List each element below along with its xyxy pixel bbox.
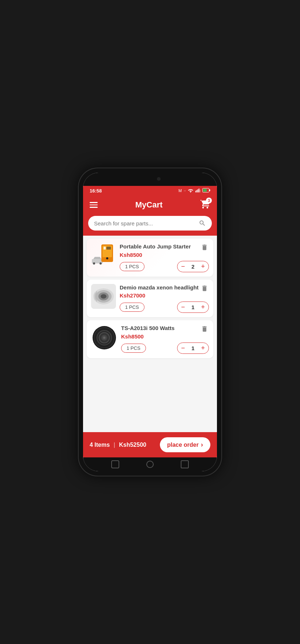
trash-icon (201, 244, 208, 251)
quantity-value: 1 (188, 304, 197, 310)
cart-item: Demio mazda xenon headlight Ksh27000 1 P… (87, 280, 213, 318)
item-price: Ksh8500 (121, 333, 209, 340)
pcs-badge: 1 PCS (120, 262, 145, 271)
cart-item: Portable Auto Jump Starter Ksh8500 1 PCS… (87, 239, 213, 277)
item-name: Portable Auto Jump Starter (120, 243, 209, 250)
back-nav-button[interactable] (111, 460, 119, 468)
item-image-speaker (91, 325, 117, 351)
decrease-quantity-button[interactable]: − (177, 261, 189, 272)
increase-quantity-button[interactable]: + (197, 302, 209, 312)
quantity-value: 1 (188, 345, 197, 351)
hamburger-line (90, 202, 98, 203)
svg-rect-7 (203, 189, 207, 192)
item-price: Ksh8500 (120, 252, 209, 258)
delete-item-button[interactable] (199, 324, 210, 334)
search-input[interactable] (94, 220, 196, 226)
place-order-label: place order (167, 442, 199, 448)
notch-area (83, 173, 217, 186)
total-price: Ksh52500 (119, 442, 146, 448)
cart-items-list: Portable Auto Jump Starter Ksh8500 1 PCS… (83, 236, 217, 432)
item-details: Portable Auto Jump Starter Ksh8500 1 PCS… (120, 243, 209, 272)
recents-nav-button[interactable] (181, 460, 189, 468)
svg-rect-4 (199, 188, 199, 192)
notch (126, 173, 174, 181)
item-bottom: 1 PCS − 1 + (120, 302, 209, 313)
quantity-control: − 1 + (177, 342, 209, 354)
item-image-headlight (91, 284, 116, 309)
cart-icon-button[interactable]: 3 (200, 199, 210, 211)
increase-quantity-button[interactable]: + (197, 261, 209, 272)
svg-rect-2 (196, 190, 197, 192)
svg-point-16 (106, 257, 108, 259)
svg-point-0 (190, 192, 191, 192)
svg-point-11 (100, 262, 102, 265)
item-name: TS-A2013i 500 Watts (121, 325, 209, 332)
cart-item: TS-A2013i 500 Watts Ksh8500 1 PCS − 1 + (87, 320, 213, 358)
svg-point-27 (104, 337, 105, 338)
mail-icon: M (179, 188, 182, 193)
cart-badge: 3 (206, 198, 212, 203)
decrease-quantity-button[interactable]: − (177, 302, 189, 312)
quantity-control: − 1 + (177, 302, 209, 313)
svg-rect-5 (200, 190, 200, 192)
status-time: 16:58 (90, 188, 102, 194)
trash-icon (201, 285, 208, 292)
svg-point-20 (101, 294, 106, 299)
item-bottom: 1 PCS − 2 + (120, 261, 209, 272)
home-nav-button[interactable] (146, 461, 154, 468)
quantity-control: − 2 + (177, 261, 209, 272)
pcs-badge: 1 PCS (121, 344, 146, 353)
dots-icon: ·· (184, 188, 186, 193)
footer-divider: | (114, 442, 115, 448)
headlight-svg (92, 285, 115, 308)
phone-frame: 16:58 M ·· (79, 168, 221, 476)
search-icon (199, 220, 206, 227)
item-details: Demio mazda xenon headlight Ksh27000 1 P… (120, 284, 209, 313)
app-title: MyCart (135, 200, 163, 210)
navigation-bar (83, 457, 217, 471)
item-name: Demio mazda xenon headlight (120, 284, 209, 291)
jumper-svg (91, 243, 116, 268)
phone-screen: 16:58 M ·· (83, 173, 217, 471)
hamburger-menu[interactable] (90, 202, 98, 208)
svg-rect-8 (209, 190, 210, 191)
item-image-jumper (91, 243, 116, 268)
speaker-svg (92, 325, 117, 350)
delete-item-button[interactable] (199, 242, 210, 252)
battery-icon (202, 188, 210, 193)
order-summary: 4 Items | Ksh52500 (90, 442, 146, 448)
pcs-badge: 1 PCS (120, 303, 145, 312)
svg-rect-14 (104, 247, 106, 250)
search-section (83, 216, 217, 236)
status-icons: M ·· (179, 188, 210, 193)
search-box (88, 216, 212, 231)
trash-icon (201, 325, 208, 333)
app-header: MyCart 3 (83, 195, 217, 216)
signal-icon (195, 188, 200, 193)
item-bottom: 1 PCS − 1 + (121, 342, 209, 354)
item-details: TS-A2013i 500 Watts Ksh8500 1 PCS − 1 + (121, 325, 209, 354)
chevron-right-icon: › (201, 441, 203, 449)
item-price: Ksh27000 (120, 292, 209, 299)
svg-point-10 (93, 262, 95, 265)
svg-rect-1 (195, 191, 196, 192)
hamburger-line (90, 205, 98, 206)
hamburger-line (90, 207, 98, 208)
place-order-button[interactable]: place order › (160, 437, 210, 452)
decrease-quantity-button[interactable]: − (177, 343, 189, 353)
items-count: 4 Items (90, 442, 110, 448)
quantity-value: 2 (188, 263, 197, 270)
increase-quantity-button[interactable]: + (197, 343, 209, 353)
svg-rect-15 (106, 247, 111, 250)
status-bar: 16:58 M ·· (83, 186, 217, 195)
svg-rect-3 (198, 189, 198, 192)
wifi-icon (188, 188, 194, 193)
delete-item-button[interactable] (199, 283, 210, 293)
footer-bar: 4 Items | Ksh52500 place order › (83, 432, 217, 457)
